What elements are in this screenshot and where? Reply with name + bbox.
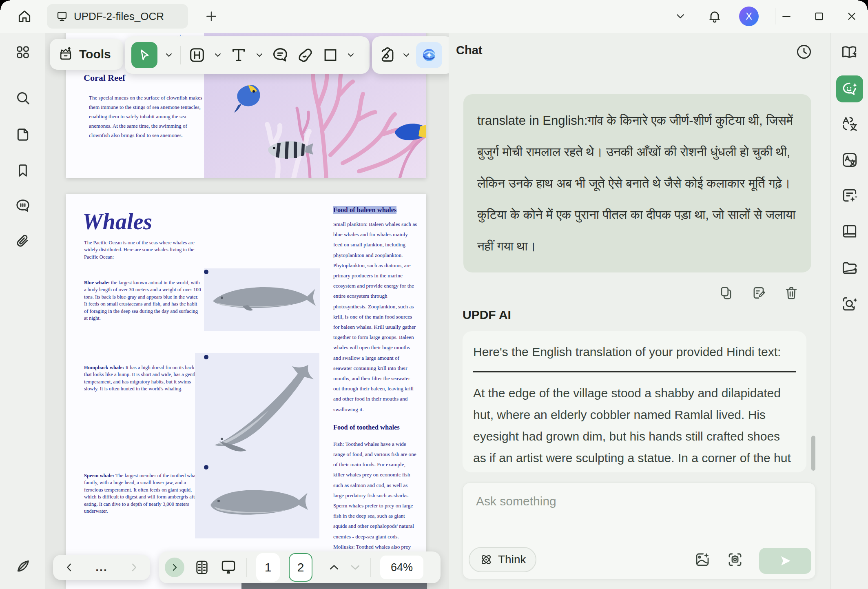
heading-tool-chevron[interactable] <box>213 50 223 60</box>
chevron-right-icon <box>170 562 179 572</box>
h-tag-icon <box>188 46 206 64</box>
text-tool-button[interactable] <box>229 46 248 64</box>
copy-message-button[interactable] <box>718 285 734 301</box>
history-forward-button[interactable] <box>128 562 140 573</box>
select-tool-chevron[interactable] <box>164 50 174 60</box>
maximize-icon <box>813 11 825 22</box>
toolbar-divider <box>180 46 181 64</box>
minimize-button[interactable] <box>777 7 795 25</box>
page-number-1[interactable]: 1 <box>256 553 280 582</box>
history-back-button[interactable] <box>64 562 75 573</box>
two-page-view-button[interactable] <box>193 559 210 576</box>
screenshot-button[interactable] <box>725 549 745 570</box>
close-button[interactable] <box>843 7 861 25</box>
sidebar-item-thumbnails[interactable] <box>14 44 31 61</box>
new-tab-button[interactable] <box>202 7 220 25</box>
translate-button[interactable] <box>841 115 859 133</box>
history-nav-bar: ... <box>53 555 150 580</box>
home-icon <box>17 9 32 24</box>
select-tool-button[interactable] <box>131 42 157 68</box>
summarize-icon <box>841 187 859 205</box>
highlighter-tool-button[interactable] <box>296 46 315 64</box>
annotation-dot[interactable] <box>204 270 208 274</box>
ai-files-button[interactable] <box>841 259 859 277</box>
chevron-down-icon <box>674 10 686 22</box>
page-number-2-active[interactable]: 2 <box>289 553 312 582</box>
ask-input[interactable] <box>465 485 808 534</box>
tab-title: UPDF-2-files_OCR <box>74 10 164 23</box>
annotation-dot[interactable] <box>204 355 208 359</box>
presentation-icon <box>219 558 237 576</box>
sidebar-item-annotations[interactable] <box>14 197 31 214</box>
stamp-tool-button[interactable] <box>379 46 396 64</box>
chat-input-card: Think <box>463 483 816 579</box>
ai-search-button[interactable] <box>841 295 859 313</box>
edit-message-button[interactable] <box>751 285 766 301</box>
pdf-viewport: edg e: vc net, Coral Reef The special mu… <box>45 33 449 589</box>
sidebar-item-signature[interactable] <box>14 558 31 575</box>
stamp-tool-chevron[interactable] <box>401 50 411 60</box>
window-corner <box>858 0 868 10</box>
food-toothed-paragraph: Fish: Toothed whales have a wide range o… <box>333 439 418 542</box>
sidebar-item-bookmarks[interactable] <box>14 162 31 179</box>
atom-icon <box>479 553 493 567</box>
chevron-down-icon <box>346 50 356 60</box>
presentation-mode-button[interactable] <box>219 558 237 576</box>
cursor-icon <box>137 48 152 62</box>
text-tool-chevron[interactable] <box>255 50 264 60</box>
image-sparkle-icon <box>694 551 711 568</box>
whales-title: Whales <box>82 208 152 235</box>
translate-icon <box>841 115 859 133</box>
reader-mode-button[interactable] <box>841 223 859 241</box>
grid-icon <box>15 44 31 60</box>
square-icon <box>321 46 339 64</box>
user-avatar[interactable]: X <box>739 7 759 26</box>
ai-assistant-button[interactable] <box>416 42 442 68</box>
ai-summarize-button[interactable] <box>841 187 859 205</box>
ai-response-card[interactable]: Here's the English translation of your p… <box>463 331 806 472</box>
user-message-text: translate in English:गांव के किनारे एक ज… <box>477 113 795 253</box>
document-tab[interactable]: UPDF-2-files_OCR <box>47 4 188 29</box>
tools-button[interactable] <box>58 46 73 62</box>
two-page-view-icon <box>193 559 210 576</box>
heading-tool-button[interactable] <box>188 46 206 64</box>
humpback-whale-label: Humpback whale: <box>84 365 124 370</box>
sperm-whale-text: The largest member of the toothed whale … <box>84 473 199 514</box>
notifications-button[interactable] <box>705 6 724 27</box>
maximize-button[interactable] <box>810 7 828 25</box>
reader-mode-icon <box>841 223 859 241</box>
sidebar-item-search[interactable] <box>14 89 31 106</box>
left-sidebar <box>0 33 45 589</box>
annotation-dot[interactable] <box>204 465 208 469</box>
delete-message-button[interactable] <box>784 285 799 301</box>
ai-chat-button-active[interactable] <box>836 75 863 102</box>
blue-whale-label: Blue whale: <box>84 280 110 286</box>
send-button[interactable] <box>759 548 811 574</box>
ai-response-divider <box>473 371 796 372</box>
ai-read-assistant-button[interactable] <box>841 43 859 61</box>
chevron-left-icon <box>64 562 75 573</box>
chat-history-button[interactable] <box>793 41 815 62</box>
user-message-bubble[interactable]: translate in English:गांव के किनारे एक ज… <box>463 94 811 272</box>
sidebar-item-pages[interactable] <box>14 126 31 143</box>
send-icon <box>778 554 792 568</box>
chat-scrollbar[interactable] <box>811 436 815 471</box>
more-pages-button[interactable]: ... <box>95 561 107 574</box>
search-icon <box>15 90 31 106</box>
shape-tool-button[interactable] <box>321 46 339 64</box>
home-button[interactable] <box>14 6 35 27</box>
zoom-level-button[interactable]: 64% <box>380 556 423 579</box>
page-2-label: 2 <box>297 560 304 574</box>
translate-page-button[interactable] <box>841 151 859 169</box>
sidebar-item-attachments[interactable] <box>14 233 31 250</box>
next-page-button[interactable] <box>349 561 361 574</box>
comment-tool-button[interactable] <box>271 46 290 64</box>
previous-page-button[interactable] <box>328 561 340 574</box>
expand-panel-button[interactable] <box>165 558 184 577</box>
think-toggle-button[interactable]: Think <box>469 547 536 572</box>
insert-image-button[interactable] <box>692 549 713 570</box>
main-toolbar <box>125 36 370 74</box>
food-baleen-heading[interactable]: Food of baleen whales <box>333 206 396 214</box>
collapse-toolbar-button[interactable] <box>671 7 689 25</box>
shape-tool-chevron[interactable] <box>346 50 356 60</box>
